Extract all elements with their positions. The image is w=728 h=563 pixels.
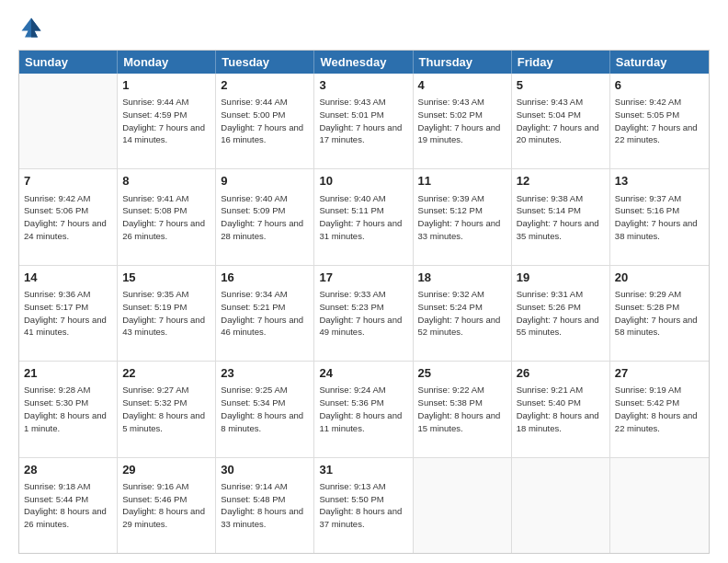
cell-info: Sunrise: 9:43 AMSunset: 5:01 PMDaylight:…: [319, 96, 407, 146]
day-number: 27: [615, 365, 704, 382]
logo: [18, 15, 48, 40]
cell-info: Sunrise: 9:42 AMSunset: 5:06 PMDaylight:…: [24, 192, 112, 243]
day-number: 22: [122, 365, 210, 382]
calendar-cell: 22Sunrise: 9:27 AMSunset: 5:32 PMDayligh…: [118, 362, 216, 456]
cell-info: Sunrise: 9:22 AMSunset: 5:38 PMDaylight:…: [418, 384, 506, 434]
day-number: 14: [24, 270, 112, 286]
calendar-cell: 29Sunrise: 9:16 AMSunset: 5:46 PMDayligh…: [118, 458, 216, 553]
cell-info: Sunrise: 9:39 AMSunset: 5:12 PMDaylight:…: [418, 192, 506, 243]
day-number: 21: [24, 365, 112, 382]
day-number: 30: [221, 462, 309, 478]
day-number: 24: [319, 365, 407, 382]
calendar-cell: 7Sunrise: 9:42 AMSunset: 5:06 PMDaylight…: [19, 169, 118, 264]
cell-info: Sunrise: 9:40 AMSunset: 5:09 PMDaylight:…: [221, 192, 309, 243]
page: SundayMondayTuesdayWednesdayThursdayFrid…: [0, 0, 728, 563]
calendar-cell: 4Sunrise: 9:43 AMSunset: 5:02 PMDaylight…: [414, 74, 512, 168]
calendar-cell: 10Sunrise: 9:40 AMSunset: 5:11 PMDayligh…: [314, 169, 413, 264]
calendar-cell: 15Sunrise: 9:35 AMSunset: 5:19 PMDayligh…: [118, 266, 216, 361]
cell-info: Sunrise: 9:19 AMSunset: 5:42 PMDaylight:…: [615, 384, 704, 434]
calendar-row: 21Sunrise: 9:28 AMSunset: 5:30 PMDayligh…: [19, 362, 709, 457]
cal-header-day: Sunday: [19, 51, 118, 74]
cell-info: Sunrise: 9:27 AMSunset: 5:32 PMDaylight:…: [122, 384, 210, 434]
cal-header-day: Tuesday: [216, 51, 314, 74]
calendar-body: 1Sunrise: 9:44 AMSunset: 4:59 PMDaylight…: [19, 74, 709, 553]
calendar-cell: 14Sunrise: 9:36 AMSunset: 5:17 PMDayligh…: [19, 266, 118, 361]
calendar: SundayMondayTuesdayWednesdayThursdayFrid…: [18, 50, 710, 554]
calendar-row: 28Sunrise: 9:18 AMSunset: 5:44 PMDayligh…: [19, 458, 709, 553]
cell-info: Sunrise: 9:38 AMSunset: 5:14 PMDaylight:…: [517, 192, 605, 243]
calendar-header: SundayMondayTuesdayWednesdayThursdayFrid…: [19, 51, 709, 74]
day-number: 18: [418, 270, 506, 286]
day-number: 8: [122, 173, 210, 190]
day-number: 28: [24, 462, 112, 478]
day-number: 7: [24, 173, 112, 190]
calendar-row: 1Sunrise: 9:44 AMSunset: 4:59 PMDaylight…: [19, 74, 709, 169]
calendar-cell: 3Sunrise: 9:43 AMSunset: 5:01 PMDaylight…: [314, 74, 413, 168]
cal-header-day: Thursday: [414, 51, 512, 74]
day-number: 12: [517, 173, 605, 190]
cell-info: Sunrise: 9:13 AMSunset: 5:50 PMDaylight:…: [319, 480, 407, 531]
cell-info: Sunrise: 9:24 AMSunset: 5:36 PMDaylight:…: [319, 384, 407, 434]
calendar-cell: 30Sunrise: 9:14 AMSunset: 5:48 PMDayligh…: [216, 458, 314, 553]
day-number: 10: [319, 173, 407, 190]
cell-info: Sunrise: 9:21 AMSunset: 5:40 PMDaylight:…: [517, 384, 605, 434]
cal-header-day: Wednesday: [314, 51, 413, 74]
day-number: 31: [319, 462, 407, 478]
day-number: 23: [221, 365, 309, 382]
calendar-cell: 24Sunrise: 9:24 AMSunset: 5:36 PMDayligh…: [314, 362, 413, 456]
calendar-cell: 18Sunrise: 9:32 AMSunset: 5:24 PMDayligh…: [414, 266, 512, 361]
svg-marker-1: [31, 18, 41, 38]
calendar-cell: [414, 458, 512, 553]
cell-info: Sunrise: 9:16 AMSunset: 5:46 PMDaylight:…: [122, 480, 210, 531]
calendar-cell: 28Sunrise: 9:18 AMSunset: 5:44 PMDayligh…: [19, 458, 118, 553]
calendar-cell: 17Sunrise: 9:33 AMSunset: 5:23 PMDayligh…: [314, 266, 413, 361]
logo-icon: [18, 15, 44, 40]
calendar-cell: 20Sunrise: 9:29 AMSunset: 5:28 PMDayligh…: [610, 266, 709, 361]
day-number: 5: [517, 77, 605, 94]
header: [18, 15, 710, 40]
calendar-cell: 25Sunrise: 9:22 AMSunset: 5:38 PMDayligh…: [414, 362, 512, 456]
calendar-cell: 27Sunrise: 9:19 AMSunset: 5:42 PMDayligh…: [610, 362, 709, 456]
calendar-cell: 16Sunrise: 9:34 AMSunset: 5:21 PMDayligh…: [216, 266, 314, 361]
cell-info: Sunrise: 9:44 AMSunset: 4:59 PMDaylight:…: [122, 96, 210, 146]
day-number: 2: [221, 77, 309, 94]
calendar-cell: 11Sunrise: 9:39 AMSunset: 5:12 PMDayligh…: [414, 169, 512, 264]
calendar-cell: 26Sunrise: 9:21 AMSunset: 5:40 PMDayligh…: [512, 362, 610, 456]
day-number: 16: [221, 270, 309, 286]
calendar-cell: [610, 458, 709, 553]
day-number: 6: [615, 77, 704, 94]
day-number: 20: [615, 270, 704, 286]
cell-info: Sunrise: 9:43 AMSunset: 5:04 PMDaylight:…: [517, 96, 605, 146]
day-number: 4: [418, 77, 506, 94]
calendar-cell: [19, 74, 118, 168]
day-number: 11: [418, 173, 506, 190]
cal-header-day: Friday: [512, 51, 610, 74]
cell-info: Sunrise: 9:31 AMSunset: 5:26 PMDaylight:…: [517, 288, 605, 339]
cell-info: Sunrise: 9:41 AMSunset: 5:08 PMDaylight:…: [122, 192, 210, 243]
day-number: 17: [319, 270, 407, 286]
calendar-cell: 21Sunrise: 9:28 AMSunset: 5:30 PMDayligh…: [19, 362, 118, 456]
cell-info: Sunrise: 9:44 AMSunset: 5:00 PMDaylight:…: [221, 96, 309, 146]
calendar-cell: 2Sunrise: 9:44 AMSunset: 5:00 PMDaylight…: [216, 74, 314, 168]
cell-info: Sunrise: 9:35 AMSunset: 5:19 PMDaylight:…: [122, 288, 210, 339]
cell-info: Sunrise: 9:42 AMSunset: 5:05 PMDaylight:…: [615, 96, 704, 146]
cell-info: Sunrise: 9:28 AMSunset: 5:30 PMDaylight:…: [24, 384, 112, 434]
cell-info: Sunrise: 9:36 AMSunset: 5:17 PMDaylight:…: [24, 288, 112, 339]
day-number: 3: [319, 77, 407, 94]
cell-info: Sunrise: 9:32 AMSunset: 5:24 PMDaylight:…: [418, 288, 506, 339]
cell-info: Sunrise: 9:40 AMSunset: 5:11 PMDaylight:…: [319, 192, 407, 243]
cell-info: Sunrise: 9:37 AMSunset: 5:16 PMDaylight:…: [615, 192, 704, 243]
cell-info: Sunrise: 9:25 AMSunset: 5:34 PMDaylight:…: [221, 384, 309, 434]
day-number: 26: [517, 365, 605, 382]
cal-header-day: Monday: [118, 51, 216, 74]
day-number: 15: [122, 270, 210, 286]
calendar-cell: 13Sunrise: 9:37 AMSunset: 5:16 PMDayligh…: [610, 169, 709, 264]
calendar-cell: 1Sunrise: 9:44 AMSunset: 4:59 PMDaylight…: [118, 74, 216, 168]
day-number: 13: [615, 173, 704, 190]
calendar-row: 14Sunrise: 9:36 AMSunset: 5:17 PMDayligh…: [19, 266, 709, 362]
day-number: 29: [122, 462, 210, 478]
calendar-cell: 12Sunrise: 9:38 AMSunset: 5:14 PMDayligh…: [512, 169, 610, 264]
cell-info: Sunrise: 9:33 AMSunset: 5:23 PMDaylight:…: [319, 288, 407, 339]
calendar-row: 7Sunrise: 9:42 AMSunset: 5:06 PMDaylight…: [19, 169, 709, 265]
cell-info: Sunrise: 9:18 AMSunset: 5:44 PMDaylight:…: [24, 480, 112, 531]
